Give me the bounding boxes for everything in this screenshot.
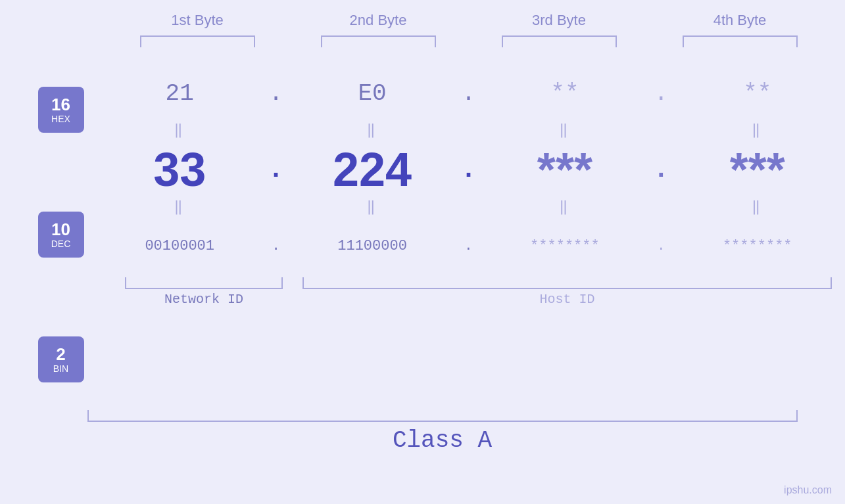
bin-b2: 11100000	[306, 238, 438, 254]
byte1-header: 1st Byte	[125, 12, 270, 29]
bin-dot3: .	[648, 238, 674, 254]
dec-b1: 33	[114, 143, 245, 196]
sep2-b1: ‖	[114, 198, 245, 216]
sep1-b4: ‖	[692, 121, 823, 139]
data-rows-column: 21 . E0 . ** . **	[92, 54, 845, 307]
sep-row-2: ‖ ‖ ‖ ‖	[92, 196, 845, 216]
bin-b4: ********	[692, 238, 823, 254]
dec-badge: 10 DEC	[38, 212, 84, 258]
sep1-b2: ‖	[306, 121, 438, 139]
dec-row: 33 . 224 . *** . ***	[92, 143, 845, 196]
byte3-header: 3rd Byte	[487, 12, 631, 29]
bin-badge-num: 2	[56, 345, 65, 364]
bracket-byte2	[321, 35, 436, 47]
host-id-bracket	[302, 277, 832, 289]
byte4-header: 4th Byte	[667, 12, 812, 29]
sep-row-1: ‖ ‖ ‖ ‖	[92, 120, 845, 139]
dec-dot1: .	[263, 155, 289, 185]
byte-headers-row: 1st Byte 2nd Byte 3rd Byte 4th Byte	[107, 12, 831, 29]
main-container: 1st Byte 2nd Byte 3rd Byte 4th Byte 16 H…	[0, 0, 845, 504]
hex-b2: E0	[306, 80, 438, 107]
hex-dot2: .	[455, 80, 481, 107]
sep2-b4: ‖	[692, 198, 823, 216]
sep2-b3: ‖	[499, 198, 631, 216]
hex-badge: 16 HEX	[38, 87, 84, 133]
dec-badge-num: 10	[51, 220, 70, 239]
hex-b1: 21	[114, 80, 245, 107]
hex-dot1: .	[263, 80, 289, 107]
top-brackets	[107, 35, 831, 47]
bracket-byte1	[140, 35, 255, 47]
bin-b3: ********	[499, 238, 631, 254]
sep1-b3: ‖	[499, 121, 631, 139]
hex-dot3: .	[648, 80, 674, 107]
id-labels-row: Network ID Host ID	[92, 292, 845, 307]
hex-badge-num: 16	[51, 95, 70, 114]
main-area: 16 HEX 10 DEC 2 BIN 21 .	[0, 54, 845, 402]
bin-dot1: .	[263, 238, 289, 254]
bin-badge: 2 BIN	[38, 336, 84, 382]
bin-row: 00100001 . 11100000 . ******** .	[92, 219, 845, 272]
network-id-label: Network ID	[125, 292, 283, 307]
footer: ipshu.com	[784, 484, 832, 496]
class-label: Class A	[87, 427, 798, 454]
hex-row: 21 . E0 . ** . **	[92, 67, 845, 120]
hex-badge-label: HEX	[51, 114, 70, 124]
dec-badge-label: DEC	[51, 239, 71, 249]
dec-b4: ***	[692, 143, 823, 196]
dec-dot3: .	[648, 155, 674, 185]
byte2-header: 2nd Byte	[306, 12, 450, 29]
class-bracket	[87, 410, 798, 422]
bracket-byte3	[502, 35, 617, 47]
host-id-label: Host ID	[302, 292, 832, 307]
sep2-b2: ‖	[306, 198, 438, 216]
hex-b3: **	[499, 80, 631, 107]
bin-dot2: .	[455, 238, 481, 254]
dec-dot2: .	[455, 155, 481, 185]
badges-column: 16 HEX 10 DEC 2 BIN	[0, 54, 92, 402]
sep1-b1: ‖	[114, 121, 245, 139]
bottom-brackets	[92, 277, 845, 289]
network-id-bracket	[125, 277, 283, 289]
hex-b4: **	[692, 80, 823, 107]
dec-b3: ***	[499, 143, 631, 196]
bin-b1: 00100001	[114, 238, 245, 254]
class-section: Class A	[87, 410, 798, 454]
dec-b2: 224	[306, 143, 438, 196]
bin-badge-label: BIN	[53, 363, 68, 374]
bracket-byte4	[683, 35, 798, 47]
